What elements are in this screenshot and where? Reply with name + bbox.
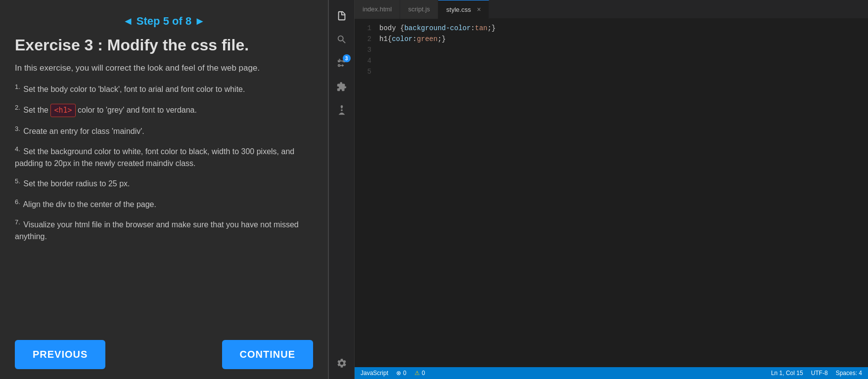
line-num-1: 1 <box>363 23 371 34</box>
line-numbers: 1 2 3 4 5 <box>355 23 379 363</box>
line-num-5: 5 <box>363 66 371 77</box>
instruction-2: 2. Set the <h1> color to 'grey' and font… <box>15 103 313 117</box>
line-num-3: 3 <box>363 44 371 55</box>
tabs-bar: index.html script.js style.css × <box>355 0 868 19</box>
status-branch: JavaScript <box>361 370 388 377</box>
line-num-2: 2 <box>363 34 371 44</box>
status-errors: ⊗ 0 <box>396 370 407 377</box>
instruction-1: 1. Set the body color to 'black', font t… <box>15 82 313 95</box>
status-encoding: UTF-8 <box>811 370 828 377</box>
instruction-7: 7. Visualize your html file in the brows… <box>15 217 313 243</box>
instruction-num-5: 5. <box>15 177 20 185</box>
status-warnings: ⚠ 0 <box>414 370 425 377</box>
instruction-num-1: 1. <box>15 83 20 90</box>
instruction-3: 3. Create an entry for class 'maindiv'. <box>15 124 313 137</box>
exercise-title: Exercise 3 : Modify the css file. <box>15 36 313 54</box>
activity-bar: 3 <box>329 0 355 379</box>
instruction-text-5: Set the border radius to 25 px. <box>23 180 130 188</box>
tab-label-style-css: style.css <box>446 6 471 13</box>
files-icon[interactable] <box>330 4 354 28</box>
status-bar: JavaScript ⊗ 0 ⚠ 0 Ln 1, Col 15 UTF-8 Sp… <box>355 367 868 379</box>
code-line-1: body {background-color:tan;} <box>379 23 858 34</box>
tab-index-html[interactable]: index.html <box>355 0 400 19</box>
instructions-list: 1. Set the body color to 'black', font t… <box>15 82 313 320</box>
code-line-2: h1{color:green;} <box>379 34 858 44</box>
instruction-text-2b: color to 'grey' and font to verdana. <box>78 106 197 114</box>
tab-style-css[interactable]: style.css × <box>438 0 489 19</box>
tab-label-script-js: script.js <box>408 5 430 13</box>
left-panel: ◄ Step 5 of 8 ► Exercise 3 : Modify the … <box>0 0 329 379</box>
code-content[interactable]: body {background-color:tan;} h1{color:gr… <box>379 23 868 363</box>
instruction-num-7: 7. <box>15 218 20 226</box>
exercise-intro: In this exercise, you will correct the l… <box>15 63 313 73</box>
code-editor[interactable]: 1 2 3 4 5 body {background-color:tan;} h… <box>355 19 868 367</box>
close-icon[interactable]: × <box>477 5 481 13</box>
error-icon: ⊗ <box>396 370 401 377</box>
code-line-4 <box>379 55 858 66</box>
h1-tag-highlight: <h1> <box>50 104 75 117</box>
status-position: Ln 1, Col 15 <box>771 370 803 377</box>
instruction-text-1: Set the body color to 'black', font to a… <box>23 85 245 94</box>
settings-icon[interactable] <box>330 351 354 375</box>
instruction-num-3: 3. <box>15 125 20 132</box>
status-right: Ln 1, Col 15 UTF-8 Spaces: 4 <box>771 370 862 377</box>
instruction-num-4: 4. <box>15 145 20 153</box>
code-line-5 <box>379 66 858 77</box>
instruction-5: 5. Set the border radius to 25 px. <box>15 176 313 190</box>
previous-button[interactable]: PREVIOUS <box>15 340 105 369</box>
instruction-6: 6. Align the div to the center of the pa… <box>15 197 313 211</box>
instruction-num-2: 2. <box>15 104 20 111</box>
instruction-text-3: Create an entry for class 'maindiv'. <box>23 127 144 135</box>
tab-label-index-html: index.html <box>363 5 392 13</box>
tab-script-js[interactable]: script.js <box>400 0 438 19</box>
button-row: PREVIOUS CONTINUE <box>15 335 313 369</box>
search-icon[interactable] <box>330 28 354 51</box>
extensions-icon[interactable] <box>330 75 354 99</box>
editor-container: 3 index. <box>329 0 868 379</box>
continue-button[interactable]: CONTINUE <box>222 340 313 369</box>
instruction-4: 4. Set the background color to white, fo… <box>15 144 313 169</box>
source-control-badge: 3 <box>343 54 351 62</box>
warning-icon: ⚠ <box>414 370 420 377</box>
line-num-4: 4 <box>363 55 371 66</box>
right-panel: 3 index. <box>329 0 868 379</box>
code-line-3 <box>379 44 858 55</box>
source-control-icon[interactable]: 3 <box>330 51 354 75</box>
instruction-num-6: 6. <box>15 198 20 206</box>
instruction-text-6: Align the div to the center of the page. <box>23 200 156 209</box>
instruction-text-2a: Set the <box>23 106 50 114</box>
instruction-text-7: Visualize your html file in the browser … <box>15 220 299 241</box>
test-icon[interactable] <box>330 99 354 123</box>
status-spaces: Spaces: 4 <box>836 370 862 377</box>
step-indicator: ◄ Step 5 of 8 ► <box>15 15 313 28</box>
editor-area: index.html script.js style.css × 1 2 3 4… <box>355 0 868 379</box>
status-left: JavaScript ⊗ 0 ⚠ 0 <box>361 370 425 377</box>
instruction-text-4: Set the background color to white, font … <box>15 147 294 168</box>
